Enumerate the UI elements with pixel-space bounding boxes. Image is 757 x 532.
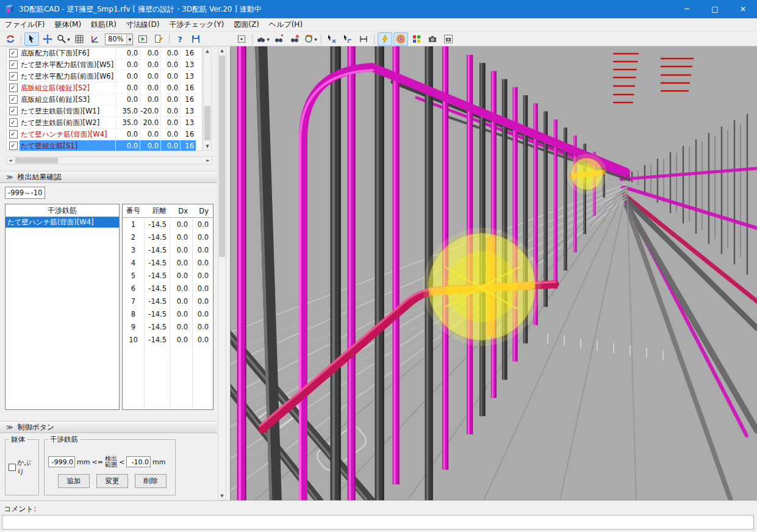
change-button[interactable]: 変更	[96, 474, 128, 488]
scroll-up-icon[interactable]: ▲	[204, 48, 211, 55]
help-icon[interactable]: ?	[173, 32, 187, 46]
result-value: -14.5	[144, 231, 170, 243]
rebar-visibility-checkbox[interactable]: ✓	[9, 142, 18, 150]
rebar-row[interactable]: ✓たて壁水平配力筋(背面)[W5]0.00.00.013	[7, 59, 202, 71]
viewport-3d[interactable]	[231, 46, 757, 500]
rebar-visibility-checkbox[interactable]: ✓	[9, 118, 18, 127]
result-row[interactable]: 7-14.50.00.0	[123, 295, 213, 307]
scroll-down-icon[interactable]: ▼	[218, 492, 226, 500]
interference-list-item[interactable]: たて壁ハンチ筋(背面)[W4]	[5, 217, 119, 228]
add-button[interactable]: 追加	[58, 474, 90, 488]
grid-icon[interactable]	[72, 32, 87, 46]
lightning-icon[interactable]	[378, 32, 392, 46]
close-button[interactable]: ✕	[729, 0, 757, 18]
rebar-table-hscrollbar[interactable]: ◄ ►	[6, 156, 212, 165]
rebar-row[interactable]: ✓底版配力筋(下面)[F6]0.00.00.016	[7, 48, 202, 59]
result-row[interactable]: 10-14.50.00.0	[123, 333, 213, 346]
sync-icon[interactable]	[3, 32, 18, 46]
rebar-row[interactable]: ✓底版組立筋(後趾)[S2]0.00.00.016	[7, 82, 202, 94]
menu-file[interactable]: ファイル(F)	[0, 18, 49, 31]
result-column-header: 距離	[144, 204, 170, 217]
menu-interference-check[interactable]: 干渉チェック(Y)	[164, 18, 229, 31]
rebar-visibility-checkbox[interactable]: ✓	[9, 130, 18, 138]
edit-icon[interactable]	[151, 32, 166, 46]
move-icon[interactable]	[40, 32, 55, 46]
scrollbar-thumb[interactable]	[219, 56, 225, 257]
rebar-value: 35.0	[115, 117, 140, 128]
section-control-buttons[interactable]: ≫ 制御ボタン	[0, 421, 217, 433]
dimension-icon[interactable]	[356, 32, 371, 46]
zoom-icon[interactable]: ▼	[56, 32, 71, 46]
rebar-visibility-checkbox[interactable]: ✓	[9, 60, 18, 69]
select-icon[interactable]	[24, 32, 39, 46]
find-plus-icon[interactable]	[271, 32, 286, 46]
pick-axis-icon[interactable]	[340, 32, 355, 46]
menu-help[interactable]: ヘルプ(H)	[264, 18, 307, 31]
app-window: 3D配筋CAD - 逆T擁壁_Smp1.rfv [ 擁壁の設計・3D配筋 Ver…	[0, 0, 757, 532]
find-a-icon[interactable]: A	[287, 32, 302, 46]
fit-icon[interactable]	[234, 32, 249, 46]
play-icon[interactable]	[135, 32, 150, 46]
rebar-row[interactable]: ✓たて壁ハンチ筋(背面)[W4]0.00.00.016	[7, 129, 202, 140]
scroll-down-icon[interactable]: ▼	[204, 143, 211, 150]
rebar-row[interactable]: ✓たて壁主鉄筋(背面)[W1]35.0-20.00.013	[7, 106, 202, 117]
comment-label: コメント:	[4, 504, 36, 514]
rebar-visibility-checkbox[interactable]: ✓	[9, 107, 18, 115]
cover-checkbox[interactable]	[9, 464, 16, 471]
detection-range-label: 検出 範囲	[105, 456, 117, 468]
rebar-value: 0.0	[160, 59, 180, 70]
section-title: 制御ボタン	[18, 422, 55, 433]
cover-checkbox-row[interactable]: かぶり	[9, 458, 38, 476]
target-icon[interactable]	[393, 32, 408, 46]
rotate-icon[interactable]: ▼	[303, 32, 318, 46]
rebar-3d-scene[interactable]	[231, 46, 757, 500]
rebar-visibility-checkbox[interactable]: ✓	[9, 84, 18, 92]
save-icon[interactable]	[188, 32, 203, 46]
minimize-button[interactable]: ─	[673, 0, 701, 18]
scrollbar-thumb[interactable]	[15, 157, 58, 164]
scroll-left-icon[interactable]: ◄	[7, 157, 14, 164]
rebar-row[interactable]: ✓底版組立筋(前趾)[S3]0.00.00.016	[7, 94, 202, 106]
result-row[interactable]: 8-14.50.00.0	[123, 307, 213, 320]
result-row[interactable]: 6-14.50.00.0	[123, 282, 213, 295]
maximize-button[interactable]: □	[701, 0, 729, 18]
rebar-row[interactable]: ✓たて壁組立筋[S1]0.00.00.016	[7, 140, 202, 151]
scroll-right-icon[interactable]: ►	[204, 157, 212, 164]
range-select[interactable]: -999～-10	[5, 187, 45, 199]
section-detection-results[interactable]: ≫ 検出結果確認	[0, 171, 217, 183]
result-row[interactable]: 1-14.50.00.0	[123, 218, 213, 231]
min-range-input[interactable]	[48, 456, 75, 467]
delete-button[interactable]: 削除	[135, 474, 167, 488]
menu-dimension[interactable]: 寸法線(D)	[121, 18, 165, 31]
result-value: 0.0	[170, 295, 192, 307]
menu-rebar[interactable]: 鉄筋(R)	[86, 18, 121, 31]
rebar-row[interactable]: ✓たて壁水平配力筋(前面)[W6]0.00.00.013	[7, 71, 202, 82]
result-row[interactable]: 5-14.50.00.0	[123, 269, 213, 282]
comment-input[interactable]	[2, 515, 754, 530]
rebar-value: 0.0	[115, 59, 140, 70]
result-row[interactable]: 2-14.50.00.0	[123, 231, 213, 243]
result-value: 0.0	[170, 256, 192, 269]
rebar-value: 13	[180, 71, 196, 82]
rebar-row[interactable]: ✓たて壁主鉄筋(前面)[W2]35.020.00.013	[7, 117, 202, 129]
rebar-visibility-checkbox[interactable]: ✓	[9, 95, 18, 104]
capture-icon[interactable]	[441, 32, 456, 46]
menu-drawing[interactable]: 図面(Z)	[229, 18, 264, 31]
panel-vscrollbar[interactable]: ▲ ▼	[218, 46, 226, 500]
view-icon[interactable]	[88, 32, 102, 46]
max-range-input[interactable]	[126, 456, 151, 467]
rebar-visibility-checkbox[interactable]: ✓	[9, 49, 18, 57]
scrollbar-thumb[interactable]	[204, 106, 210, 140]
result-row[interactable]: 9-14.50.00.0	[123, 320, 213, 333]
zoom-level-combo[interactable]: 80%▼	[105, 34, 133, 45]
find-icon[interactable]: ▼	[256, 32, 270, 46]
pick-x-icon[interactable]	[325, 32, 339, 46]
result-row[interactable]: 4-14.50.00.0	[123, 256, 213, 269]
scroll-up-icon[interactable]: ▲	[218, 47, 226, 54]
menu-body[interactable]: 躯体(M)	[49, 18, 86, 31]
camera-icon[interactable]	[425, 32, 440, 46]
rebar-table-vscrollbar[interactable]: ▲ ▼	[203, 47, 212, 151]
legend-icon[interactable]	[409, 32, 424, 46]
result-row[interactable]: 3-14.50.00.0	[123, 243, 213, 256]
rebar-visibility-checkbox[interactable]: ✓	[9, 72, 18, 81]
